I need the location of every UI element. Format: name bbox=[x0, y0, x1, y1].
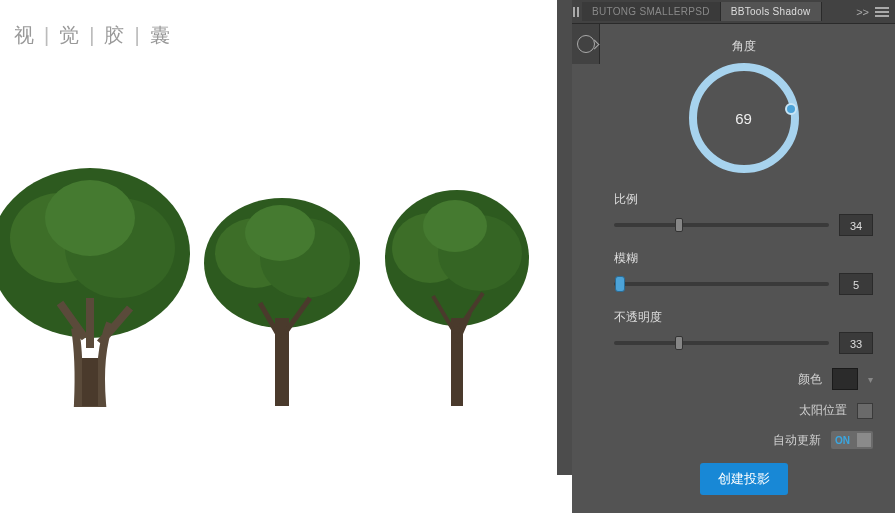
blur-value[interactable]: 5 bbox=[839, 273, 873, 295]
create-shadow-button[interactable]: 创建投影 bbox=[700, 463, 788, 495]
opacity-value[interactable]: 33 bbox=[839, 332, 873, 354]
angle-dial[interactable]: 69 bbox=[689, 63, 799, 173]
svg-point-8 bbox=[245, 205, 315, 261]
tree-1 bbox=[0, 158, 200, 408]
opacity-label: 不透明度 bbox=[614, 309, 873, 326]
angle-value: 69 bbox=[735, 110, 752, 127]
auto-update-toggle[interactable]: ON bbox=[831, 431, 873, 449]
scale-slider-thumb[interactable] bbox=[675, 218, 683, 232]
shadow-panel: BUTONG SMALLERPSD BBTools Shadow >> 角度 6… bbox=[572, 0, 895, 513]
svg-rect-4 bbox=[82, 358, 98, 406]
svg-point-13 bbox=[423, 200, 487, 252]
blur-slider[interactable] bbox=[614, 282, 829, 286]
color-dropdown-caret[interactable]: ▾ bbox=[868, 374, 873, 385]
scale-slider[interactable] bbox=[614, 223, 829, 227]
panel-menu-icon[interactable] bbox=[875, 7, 889, 17]
panel-header: BUTONG SMALLERPSD BBTools Shadow >> bbox=[572, 0, 895, 24]
scale-label: 比例 bbox=[614, 191, 873, 208]
angle-label: 角度 bbox=[614, 38, 873, 55]
scale-value[interactable]: 34 bbox=[839, 214, 873, 236]
color-label: 颜色 bbox=[798, 371, 822, 388]
blur-label: 模糊 bbox=[614, 250, 873, 267]
color-swatch[interactable] bbox=[832, 368, 858, 390]
opacity-slider[interactable] bbox=[614, 341, 829, 345]
tab-bbtools-shadow[interactable]: BBTools Shadow bbox=[721, 2, 822, 21]
scrollbar-thumb[interactable] bbox=[557, 0, 572, 475]
svg-point-3 bbox=[45, 180, 135, 256]
watermark: 视|觉|胶|囊 bbox=[14, 22, 172, 49]
link-icon[interactable] bbox=[577, 35, 595, 53]
sun-position-checkbox[interactable] bbox=[857, 403, 873, 419]
expand-icon[interactable]: >> bbox=[856, 6, 869, 18]
angle-dial-handle[interactable] bbox=[785, 103, 797, 115]
pause-icon[interactable] bbox=[572, 7, 582, 17]
auto-update-label: 自动更新 bbox=[773, 432, 821, 449]
link-tool-strip bbox=[572, 24, 600, 64]
tab-butong[interactable]: BUTONG SMALLERPSD bbox=[582, 2, 721, 21]
tree-3 bbox=[375, 178, 540, 408]
canvas-area: 视|觉|胶|囊 bbox=[0, 0, 557, 513]
vertical-scrollbar[interactable] bbox=[557, 0, 572, 475]
opacity-slider-thumb[interactable] bbox=[675, 336, 683, 350]
sun-position-label: 太阳位置 bbox=[799, 402, 847, 419]
tree-2 bbox=[195, 188, 370, 408]
tree-image-group bbox=[0, 148, 540, 408]
blur-slider-thumb[interactable] bbox=[615, 276, 625, 292]
